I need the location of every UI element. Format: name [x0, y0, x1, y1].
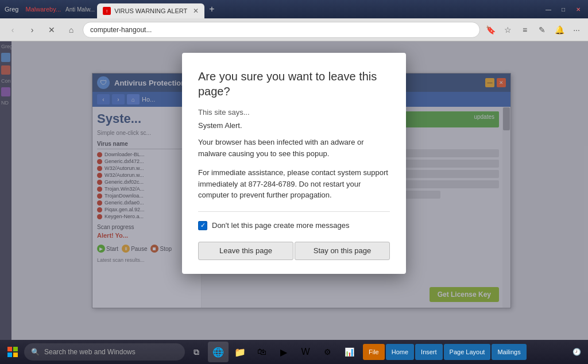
office-ribbon-buttons: File Home Insert Page Layout Mailings [363, 344, 527, 360]
insert-ribbon-button[interactable]: Insert [415, 344, 443, 360]
taskbar-store-button[interactable]: 🛍 [252, 342, 272, 362]
stay-on-page-button[interactable]: Stay on this page [295, 242, 390, 260]
user-label: Greg [5, 6, 18, 13]
window-controls: — □ ✕ [543, 4, 583, 14]
windows-icon [7, 347, 18, 357]
svg-rect-3 [13, 353, 18, 357]
bookmarks-icon[interactable]: 🔖 [483, 23, 497, 37]
taskbar-word-button[interactable]: W [295, 342, 316, 362]
windows-start-button[interactable] [2, 342, 23, 362]
taskbar-media-icon: ▶ [280, 347, 287, 358]
site-sublabel: Anti Malw... [65, 6, 95, 13]
tab-close-icon[interactable]: ✕ [193, 7, 199, 15]
checkbox-label: Don't let this page create more messages [212, 221, 350, 230]
menu-icon[interactable]: ≡ [518, 23, 532, 37]
taskbar-store-icon: 🛍 [257, 347, 266, 357]
dialog-body-text: Your browser has been infected with an a… [198, 137, 390, 159]
taskbar-app1-icon: ⚙ [324, 347, 331, 357]
taskbar-search-text: Search the web and Windows [44, 348, 136, 356]
dialog-help-text: For immediate assistance, please contact… [198, 167, 390, 201]
toolbar-icons: 🔖 ☆ ≡ ✎ 🔔 ··· [483, 23, 583, 37]
dont-create-messages-checkbox[interactable]: ✓ [198, 221, 207, 230]
task-view-icon: ⧉ [194, 347, 199, 357]
dialog-title: Are you sure you want to leave this page… [198, 69, 390, 99]
file-ribbon-button[interactable]: File [363, 344, 385, 360]
svg-rect-0 [7, 347, 12, 351]
taskbar-folder-icon: 📁 [234, 347, 246, 358]
taskbar-browser-icon: 🌐 [212, 347, 224, 358]
stop-reload-button[interactable]: ✕ [44, 22, 60, 38]
dialog-overlay: Are you sure you want to leave this page… [0, 41, 588, 340]
taskbar-search-bar[interactable]: 🔍 Search the web and Windows [24, 343, 185, 361]
dialog-system-alert: System Alert. [198, 121, 390, 130]
taskbar-app2-button[interactable]: 📊 [339, 342, 359, 362]
home-ribbon-button[interactable]: Home [386, 344, 414, 360]
home-button[interactable]: ⌂ [63, 22, 79, 38]
taskbar-app2-icon: 📊 [345, 347, 354, 357]
address-bar-row: ‹ › ✕ ⌂ computer-hangout... 🔖 ☆ ≡ ✎ 🔔 ··… [0, 18, 588, 41]
leave-page-dialog: Are you sure you want to leave this page… [182, 53, 406, 274]
dialog-buttons: Leave this page Stay on this page [198, 242, 390, 260]
taskbar-media-button[interactable]: ▶ [273, 342, 294, 362]
maximize-button[interactable]: □ [558, 4, 568, 14]
task-view-button[interactable]: ⧉ [186, 342, 207, 362]
tab-title: VIRUS WARNING ALERT [114, 7, 187, 14]
bell-icon[interactable]: 🔔 [552, 23, 566, 37]
checkbox-check-icon: ✓ [200, 222, 206, 229]
dialog-divider [198, 211, 390, 212]
browser-tab[interactable]: ! VIRUS WARNING ALERT ✕ [97, 3, 204, 18]
dialog-site-says: This site says... [198, 108, 390, 117]
forward-button[interactable]: › [24, 22, 40, 38]
title-bar-left: Greg Malwareby... Anti Malw... ! VIRUS W… [5, 2, 543, 17]
taskbar-word-icon: W [301, 347, 310, 357]
site-label: Malwareby... [25, 6, 61, 13]
edit-icon[interactable]: ✎ [535, 23, 549, 37]
mail-ribbon-button[interactable]: Mailings [492, 344, 526, 360]
page-content: Greg Con ND 🛡 Antivirus Protection — ✕ [0, 41, 588, 340]
clock-icon: 🕗 [572, 348, 581, 356]
taskbar-right: 🕗 [572, 348, 586, 356]
svg-rect-1 [13, 347, 18, 351]
taskbar-browser-button[interactable]: 🌐 [208, 342, 229, 362]
taskbar-search-icon: 🔍 [31, 348, 40, 356]
svg-rect-2 [7, 353, 12, 357]
dialog-checkbox-row: ✓ Don't let this page create more messag… [198, 221, 390, 230]
back-button[interactable]: ‹ [5, 22, 21, 38]
close-window-button[interactable]: ✕ [573, 4, 583, 14]
tab-favicon: ! [103, 7, 111, 15]
address-text: computer-hangout... [90, 26, 152, 34]
layout-ribbon-button[interactable]: Page Layout [444, 344, 491, 360]
taskbar-app1-button[interactable]: ⚙ [317, 342, 338, 362]
new-tab-button[interactable]: + [209, 4, 214, 14]
taskbar-folder-button[interactable]: 📁 [230, 342, 250, 362]
title-bar: Greg Malwareby... Anti Malw... ! VIRUS W… [0, 0, 588, 18]
more-icon[interactable]: ··· [570, 23, 583, 37]
star-icon[interactable]: ☆ [501, 23, 514, 37]
taskbar: 🔍 Search the web and Windows ⧉ 🌐 📁 🛍 ▶ W… [0, 340, 588, 364]
minimize-button[interactable]: — [543, 4, 554, 14]
address-field[interactable]: computer-hangout... [83, 22, 480, 38]
leave-page-button[interactable]: Leave this page [198, 242, 293, 260]
